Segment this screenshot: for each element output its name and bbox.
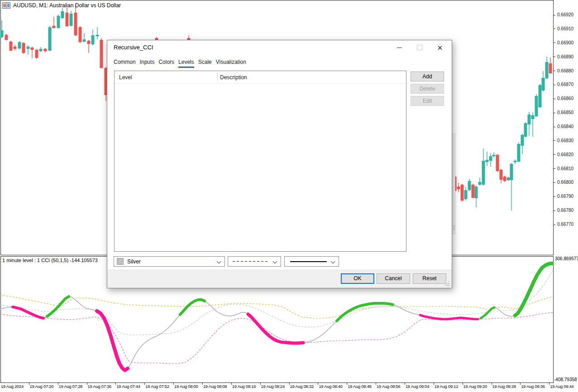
cci-up-ribbon: [481, 307, 494, 318]
time-label: 19 Aug 08:40: [319, 384, 342, 389]
time-label: 19 Aug 08:48: [348, 384, 371, 389]
candle-body: [478, 182, 482, 185]
price-label: 0.66810: [557, 166, 573, 171]
mt5-chart-window: AUDUSD, M1: Australian Dollar vs US Doll…: [0, 0, 578, 392]
price-label: 0.66850: [557, 110, 573, 115]
time-label: 19 Aug 08:08: [203, 384, 227, 389]
candle-body: [507, 177, 510, 180]
symbol-label: AUDUSD, M1: Australian Dollar vs US Doll…: [2, 2, 121, 9]
price-label: 0.66910: [557, 26, 573, 31]
candle-body: [61, 11, 64, 18]
price-label: 0.66890: [557, 54, 573, 59]
time-label: 19 Aug 07:52: [145, 384, 169, 389]
candle-body: [100, 40, 103, 68]
candle-body: [5, 35, 8, 40]
candle-body: [14, 47, 17, 49]
time-tick: [549, 383, 549, 385]
candle-body: [66, 13, 69, 26]
candle-body: [74, 13, 77, 35]
indicator-max-value: 306.869577: [555, 256, 578, 261]
indicator-min-value: -408.79358: [554, 377, 577, 382]
candle-body: [514, 161, 517, 162]
candle-body: [0, 30, 4, 37]
time-tick: [492, 383, 492, 385]
tab-visualization[interactable]: Visualization: [216, 57, 246, 68]
cci-up-ribbon: [180, 300, 205, 315]
cci-dashed-line: [0, 312, 553, 363]
candle-body: [79, 27, 82, 42]
line-width-combobox[interactable]: [284, 256, 339, 267]
candle-body: [503, 177, 506, 181]
price-tick: [553, 29, 555, 29]
close-button[interactable]: ✕: [432, 43, 448, 53]
tab-inputs[interactable]: Inputs: [140, 57, 155, 68]
candle-body: [539, 85, 542, 107]
time-label: 19 Aug 08:56: [377, 384, 400, 389]
price-label: 0.66840: [557, 124, 573, 129]
time-label: 19 Aug 08:24: [261, 384, 285, 389]
time-label: 19 Aug 08:32: [290, 384, 314, 389]
time-label: 19 Aug 09:28: [492, 384, 516, 389]
cci-down-ribbon: [13, 307, 43, 318]
column-level[interactable]: Level: [119, 74, 132, 81]
column-divider[interactable]: [217, 72, 218, 82]
time-label: 19 Aug 08:00: [174, 384, 198, 389]
time-label: 19 Aug 07:36: [88, 384, 111, 389]
time-tick: [405, 383, 405, 385]
price-tick: [553, 43, 555, 43]
levels-list[interactable]: Level Description: [114, 71, 406, 252]
price-tick: [553, 225, 555, 225]
tab-common[interactable]: Common: [114, 57, 136, 68]
candle-body: [486, 160, 489, 162]
line-style-combobox[interactable]: [228, 256, 281, 267]
tab-scale[interactable]: Scale: [198, 57, 212, 68]
price-label: 0.66800: [557, 180, 573, 185]
ok-button[interactable]: OK: [341, 273, 374, 284]
time-tick: [347, 383, 347, 385]
candle-body: [57, 16, 60, 28]
candle-body: [472, 185, 475, 198]
candle-body: [464, 190, 468, 199]
level-color-combobox[interactable]: Silver: [114, 256, 225, 267]
candle-body: [35, 50, 38, 58]
time-tick: [434, 383, 434, 385]
minimize-button[interactable]: [392, 43, 407, 53]
candle-body: [489, 156, 492, 161]
add-level-button[interactable]: Add: [411, 72, 444, 81]
indicator-label: 1 minute level : 1 CCI (50,1,5) -144.105…: [2, 258, 98, 263]
candle-body: [18, 42, 21, 48]
price-label: 0.66860: [557, 96, 573, 101]
price-tick: [553, 182, 555, 183]
time-tick: [289, 383, 290, 385]
tab-colors[interactable]: Colors: [158, 57, 174, 68]
edit-level-button: Edit: [411, 96, 444, 106]
candle-body: [482, 161, 485, 185]
reset-button[interactable]: Reset: [413, 273, 446, 284]
color-swatch: [117, 258, 124, 265]
candle-body: [528, 115, 531, 124]
cci-up-ribbon: [337, 303, 393, 321]
tab-levels[interactable]: Levels: [178, 57, 194, 68]
candle-body: [48, 27, 52, 51]
depth-of-market-icon: [2, 2, 10, 9]
candle-body: [91, 35, 95, 44]
vertical-scrollbar[interactable]: [453, 134, 455, 234]
price-tick: [553, 140, 555, 141]
price-tick: [553, 168, 555, 169]
candle-body: [96, 35, 99, 36]
maximize-button: [412, 43, 427, 53]
time-label: 19 Aug 07:28: [59, 384, 82, 389]
column-description[interactable]: Description: [220, 74, 247, 81]
price-tick: [553, 99, 555, 99]
candle-body: [83, 39, 86, 42]
candle-body: [545, 62, 549, 78]
time-label: 19 Aug 09:04: [406, 384, 429, 389]
resize-grip[interactable]: [445, 281, 446, 282]
time-tick: [376, 383, 376, 385]
cancel-button[interactable]: Cancel: [377, 273, 410, 284]
dialog-tabbar: CommonInputsColorsLevelsScaleVisualizati…: [114, 57, 246, 68]
candle-body: [510, 164, 513, 180]
time-tick: [231, 383, 232, 385]
scrollbar-grip[interactable]: [453, 225, 455, 230]
time-label: 19 Aug 09:36: [521, 384, 545, 389]
